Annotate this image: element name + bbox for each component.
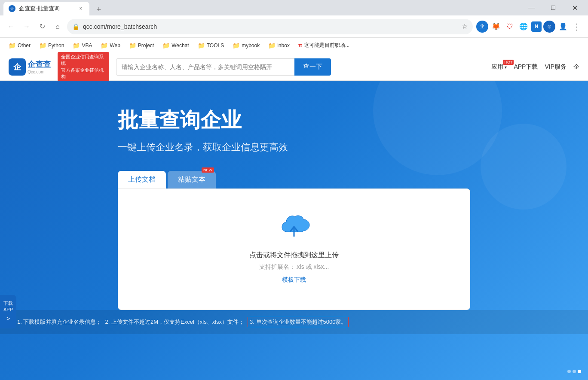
page-content: 企 企查查 Qcc.com 全国企业信用查询系统 官方备案企业征信机构 查一下 …: [0, 53, 588, 380]
cloud-icon-svg: [277, 215, 311, 240]
address-text: qcc.com/more_batchsearch: [83, 23, 458, 30]
new-tab-button[interactable]: +: [93, 3, 105, 15]
download-app-button[interactable]: 下载 APP >: [0, 295, 16, 328]
nav-enterprise[interactable]: 企: [573, 63, 579, 71]
menu-icon[interactable]: ⋮: [571, 21, 583, 33]
reload-button[interactable]: ↻: [36, 21, 48, 33]
lock-icon: 🔒: [72, 23, 80, 30]
bookmark-tools[interactable]: 📁 TOOLS: [194, 40, 227, 51]
bookmark-mybook[interactable]: 📁 mybook: [229, 40, 263, 51]
bookmark-web[interactable]: 📁 Web: [97, 40, 123, 51]
bookmark-vba[interactable]: 📁 VBA: [69, 40, 95, 51]
tab-bar: 企查查-批量查询 × +: [3, 0, 520, 15]
header-nav: 应用 ▾ HOT APP下载 VIP服务 企: [491, 63, 579, 71]
dot-1[interactable]: [567, 370, 571, 373]
instruction-item3: 3. 单次查询企业数量不能超过5000家。: [248, 317, 349, 327]
bookmarks-bar: 📁 Other 📁 Python 📁 VBA 📁 Web 📁 Project 📁…: [0, 38, 588, 53]
dots-navigation: [567, 370, 581, 373]
search-wrap: 查一下: [116, 58, 331, 76]
tab-upload[interactable]: 上传文档: [118, 171, 166, 188]
dot-2[interactable]: [573, 370, 576, 373]
tab-title: 企查查-批量查询: [19, 5, 74, 12]
nav-apps[interactable]: 应用 ▾ HOT: [491, 63, 507, 71]
hero-section: 批量查询企业 一键上传企业名录，获取企业信息更高效 上传文档 粘贴文本 NEW: [0, 81, 588, 380]
tab-close-button[interactable]: ×: [77, 5, 84, 12]
qcc-header: 企 企查查 Qcc.com 全国企业信用查询系统 官方备案企业征信机构 查一下 …: [0, 53, 588, 81]
back-button[interactable]: ←: [5, 21, 17, 33]
address-input-wrap[interactable]: 🔒 qcc.com/more_batchsearch ☆: [67, 19, 473, 34]
qcc-logo[interactable]: 企 企查查 Qcc.com: [9, 58, 51, 76]
maximize-button[interactable]: □: [543, 0, 563, 15]
tab-paste[interactable]: 粘贴文本 NEW: [168, 171, 216, 188]
close-button[interactable]: ✕: [565, 0, 585, 15]
tab-group: 上传文档 粘贴文本 NEW: [118, 171, 470, 188]
extension-icon-1[interactable]: 企: [476, 21, 488, 33]
tab-favicon: [9, 5, 15, 12]
bookmark-zhihu[interactable]: π 这可能是目前职场...: [295, 40, 353, 51]
extension-icon-3[interactable]: 🛡: [504, 21, 516, 33]
bookmark-other[interactable]: 📁 Other: [5, 40, 34, 51]
instructions: 1. 下载模版并填充企业名录信息； 2. 上传文件不超过2M，仅支持Excel（…: [0, 310, 588, 334]
qcc-logo-icon: 企: [9, 58, 26, 76]
qcc-slogan: 全国企业信用查询系统 官方备案企业征信机构: [58, 52, 109, 82]
upload-sub-text: 支持扩展名：.xls 或 xlsx...: [259, 263, 329, 271]
upload-main-text: 点击或将文件拖拽到这里上传: [249, 251, 339, 260]
search-button[interactable]: 查一下: [294, 58, 331, 76]
window-controls: — □ ✕: [522, 0, 585, 15]
qcc-logo-text: 企查查 Qcc.com: [28, 59, 51, 74]
title-bar: 企查查-批量查询 × + — □ ✕: [0, 0, 588, 15]
forward-button[interactable]: →: [21, 21, 33, 33]
extension-icon-4[interactable]: 🌐: [518, 21, 530, 33]
toolbar-icons: 企 🦊 🛡 🌐 N ◎ 👤 ⋮: [476, 21, 583, 33]
bookmark-star-icon[interactable]: ☆: [462, 22, 468, 30]
bookmark-python[interactable]: 📁 Python: [36, 40, 67, 51]
account-icon[interactable]: 👤: [557, 21, 569, 33]
bookmark-inbox[interactable]: 📁 inbox: [265, 40, 293, 51]
home-button[interactable]: ⌂: [52, 21, 64, 33]
dot-3[interactable]: [578, 370, 581, 373]
search-input[interactable]: [116, 58, 294, 76]
deco-circle-2: [481, 124, 567, 210]
cloud-upload-icon: [277, 215, 311, 242]
chrome-frame: 企查查-批量查询 × + — □ ✕ ← → ↻ ⌂ 🔒 qcc.com/mor…: [0, 0, 588, 53]
template-download-link[interactable]: 模板下载: [282, 276, 306, 284]
nav-vip[interactable]: VIP服务: [545, 63, 567, 71]
extension-icon-2[interactable]: 🦊: [490, 21, 502, 33]
address-bar: ← → ↻ ⌂ 🔒 qcc.com/more_batchsearch ☆ 企 🦊…: [0, 15, 588, 38]
nav-app-download[interactable]: APP下载: [514, 63, 538, 71]
bookmark-project[interactable]: 📁 Project: [126, 40, 157, 51]
extension-icon-5[interactable]: N: [531, 21, 542, 32]
extension-icon-6[interactable]: ◎: [543, 21, 555, 33]
minimize-button[interactable]: —: [522, 0, 542, 15]
upload-area[interactable]: 点击或将文件拖拽到这里上传 支持扩展名：.xls 或 xlsx... 模板下载: [118, 188, 470, 310]
bookmark-wechat[interactable]: 📁 Wechat: [159, 40, 192, 51]
active-tab[interactable]: 企查查-批量查询 ×: [3, 2, 89, 15]
